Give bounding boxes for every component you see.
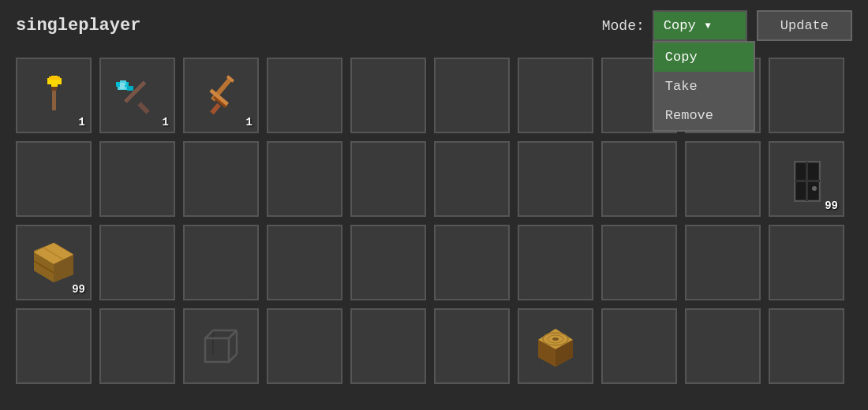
svg-rect-19 — [808, 163, 818, 181]
inventory-cell-r1-c3[interactable] — [267, 141, 342, 217]
svg-line-38 — [229, 354, 237, 362]
inventory-cell-r3-c6[interactable] — [518, 308, 593, 384]
inventory-cell-r0-c6[interactable] — [518, 58, 593, 133]
svg-rect-10 — [137, 102, 150, 114]
svg-point-44 — [552, 337, 559, 341]
inventory-cell-r1-c0[interactable] — [16, 141, 92, 217]
dropdown-item-copy[interactable]: Copy — [654, 43, 754, 72]
item-icon-dark_door — [780, 152, 833, 206]
inventory-cell-r3-c3[interactable] — [267, 308, 342, 384]
svg-rect-18 — [796, 163, 806, 181]
item-icon-wood_log_top — [529, 319, 582, 373]
mode-selected-label: Copy — [664, 18, 696, 33]
inventory-cell-r2-c2[interactable] — [183, 225, 259, 300]
inventory-cell-r0-c0[interactable]: 1 — [16, 58, 92, 133]
svg-rect-8 — [127, 86, 133, 91]
svg-line-37 — [229, 330, 237, 338]
inventory-cell-r3-c7[interactable] — [601, 308, 677, 384]
inventory-cell-r1-c7[interactable] — [601, 141, 677, 217]
mode-dropdown-menu: Copy Take Remove — [653, 41, 755, 132]
chevron-down-icon: ▼ — [705, 20, 711, 32]
item-icon-cube_outline — [194, 319, 248, 373]
inventory-cell-r3-c5[interactable] — [434, 308, 510, 384]
svg-rect-11 — [120, 83, 125, 89]
inventory-cell-r2-c1[interactable] — [99, 225, 175, 300]
svg-rect-23 — [795, 180, 820, 182]
mode-label: Mode: — [602, 18, 645, 34]
mode-dropdown-button[interactable]: Copy ▼ — [653, 10, 747, 41]
svg-line-34 — [205, 330, 213, 338]
svg-rect-2 — [49, 76, 60, 80]
inventory-cell-r0-c3[interactable] — [267, 58, 342, 133]
inventory-cell-r2-c0[interactable]: 99 — [16, 225, 92, 300]
item-count: 99 — [825, 199, 838, 212]
dropdown-item-remove[interactable]: Remove — [654, 101, 754, 130]
svg-rect-33 — [205, 338, 229, 362]
item-count: 1 — [163, 116, 169, 129]
inventory-cell-r1-c1[interactable] — [99, 141, 175, 217]
inventory-cell-r1-c6[interactable] — [518, 141, 593, 217]
inventory-cell-r1-c8[interactable] — [685, 141, 761, 217]
inventory-cell-r0-c9[interactable] — [769, 58, 844, 133]
inventory-cell-r3-c1[interactable] — [99, 308, 175, 384]
inventory-cell-r2-c9[interactable] — [769, 225, 844, 300]
inventory-cell-r3-c9[interactable] — [769, 308, 844, 384]
inventory-cell-r2-c6[interactable] — [518, 225, 593, 300]
svg-point-21 — [812, 186, 817, 191]
svg-rect-15 — [210, 103, 221, 115]
header: singleplayer Mode: Copy ▼ Copy Take Remo… — [0, 0, 868, 51]
item-count: 99 — [72, 283, 85, 296]
inventory-cell-r1-c2[interactable] — [183, 141, 259, 217]
inventory-cell-r0-c2[interactable]: 1 — [183, 58, 259, 133]
svg-rect-4 — [51, 87, 57, 91]
item-count: 1 — [79, 116, 85, 129]
item-icon-golden_shovel — [27, 69, 80, 122]
page-title: singleplayer — [16, 16, 602, 35]
inventory-cell-r0-c5[interactable] — [434, 58, 510, 133]
item-icon-iron_sword — [194, 69, 248, 122]
inventory-cell-r3-c8[interactable] — [685, 308, 761, 384]
inventory-cell-r2-c5[interactable] — [434, 225, 510, 300]
inventory-cell-r3-c2[interactable] — [183, 308, 259, 384]
inventory-cell-r1-c9[interactable]: 99 — [769, 141, 844, 217]
update-button[interactable]: Update — [757, 10, 852, 41]
inventory-cell-r1-c5[interactable] — [434, 141, 510, 217]
mode-dropdown-wrapper[interactable]: Copy ▼ Copy Take Remove — [653, 10, 747, 41]
inventory-cell-r2-c7[interactable] — [601, 225, 677, 300]
inventory-cell-r2-c4[interactable] — [350, 225, 426, 300]
inventory-cell-r2-c3[interactable] — [267, 225, 342, 300]
inventory-cell-r3-c4[interactable] — [350, 308, 426, 384]
item-icon-diamond_pickaxe — [110, 69, 164, 122]
inventory-cell-r3-c0[interactable] — [16, 308, 92, 384]
dropdown-item-take[interactable]: Take — [654, 72, 754, 101]
inventory-cell-r2-c8[interactable] — [685, 225, 761, 300]
item-count: 1 — [246, 116, 253, 129]
item-icon-wood_planks — [27, 236, 80, 289]
inventory-cell-r0-c4[interactable] — [350, 58, 426, 133]
inventory-cell-r0-c1[interactable]: 1 — [99, 58, 175, 133]
inventory-cell-r1-c4[interactable] — [350, 141, 426, 217]
